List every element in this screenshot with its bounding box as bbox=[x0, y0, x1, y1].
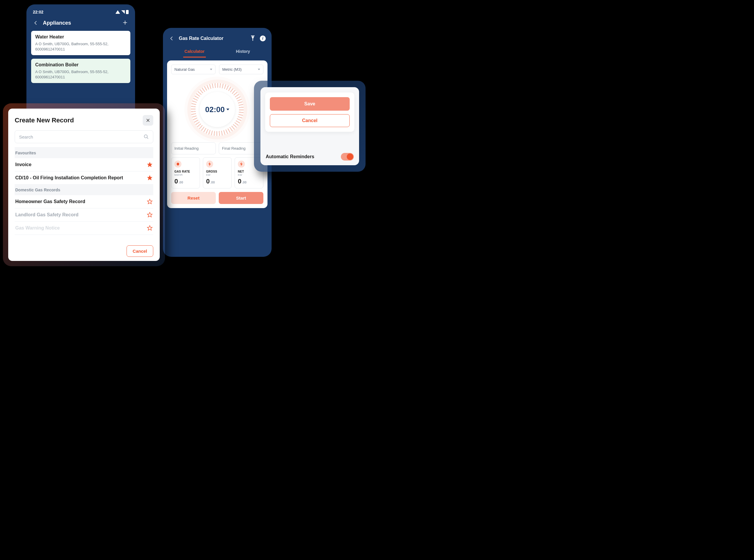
metric-gas-rate: GAS RATE M3/HR 0.00 bbox=[171, 157, 200, 188]
record-homeowner[interactable]: Homeowner Gas Safety Record bbox=[15, 195, 153, 208]
metric-value: 0 bbox=[238, 178, 241, 185]
cancel-button[interactable]: Cancel bbox=[270, 114, 350, 127]
appliance-details: A O Smith, UB700G, Bathroom, 55-555-52, … bbox=[35, 41, 126, 52]
initial-reading-placeholder: Initial Reading bbox=[174, 146, 198, 151]
chevron-down-icon bbox=[210, 69, 212, 70]
appliance-name: Water Heater bbox=[35, 34, 126, 40]
section-favourites: Favourites bbox=[15, 148, 153, 158]
close-button[interactable] bbox=[143, 115, 153, 126]
calc-title: Gas Rate Calculator bbox=[179, 36, 223, 41]
record-label: Gas Warning Notice bbox=[15, 225, 60, 231]
metric-value: 0 bbox=[174, 178, 178, 185]
fuel-select-value: Natural Gas bbox=[174, 67, 195, 72]
tab-calculator[interactable]: Calculator bbox=[183, 46, 205, 58]
metric-label: GAS RATE bbox=[174, 170, 197, 173]
record-label: Landlord Gas Safety Record bbox=[15, 212, 78, 218]
cube-icon bbox=[174, 161, 181, 167]
appliance-name: Combination Boiler bbox=[35, 62, 126, 67]
record-landlord[interactable]: Landlord Gas Safety Record bbox=[15, 208, 153, 222]
status-icons bbox=[115, 10, 128, 14]
metric-label: NET bbox=[238, 170, 260, 173]
star-outline-icon[interactable] bbox=[147, 199, 153, 204]
svg-rect-1 bbox=[251, 36, 255, 36]
automatic-reminders-toggle[interactable] bbox=[341, 153, 354, 161]
bolt-icon bbox=[206, 161, 213, 167]
start-button[interactable]: Start bbox=[219, 192, 263, 204]
appliance-details: A O Smith, UB700G, Bathroom, 55-555-52, … bbox=[35, 69, 126, 80]
record-invoice[interactable]: Invoice bbox=[15, 158, 153, 172]
battery-icon bbox=[126, 10, 128, 14]
add-appliance-button[interactable] bbox=[122, 20, 128, 26]
metric-gross: GROSS KW 0.00 bbox=[203, 157, 232, 188]
create-new-record-modal: Create New Record Favourites Invoice CD/… bbox=[3, 103, 165, 266]
metric-decimal: .00 bbox=[210, 180, 215, 184]
chevron-down-icon bbox=[258, 69, 260, 70]
status-time: 22:02 bbox=[33, 10, 43, 14]
timer-display[interactable]: 02:00 bbox=[200, 92, 235, 127]
calc-tabs: Calculator History bbox=[163, 46, 272, 58]
search-input-wrap[interactable] bbox=[15, 130, 153, 143]
star-filled-icon[interactable] bbox=[147, 175, 153, 181]
star-outline-icon[interactable] bbox=[147, 212, 153, 218]
back-icon[interactable] bbox=[169, 36, 175, 41]
final-reading-placeholder: Final Reading bbox=[222, 146, 245, 151]
timer-value: 02:00 bbox=[205, 105, 225, 114]
calc-header: Gas Rate Calculator i bbox=[163, 34, 272, 45]
save-cancel-box: Save Cancel bbox=[265, 93, 354, 132]
search-input[interactable] bbox=[19, 135, 143, 139]
wifi-icon bbox=[115, 10, 120, 14]
appliance-card-combination-boiler[interactable]: Combination Boiler A O Smith, UB700G, Ba… bbox=[31, 59, 131, 83]
fuel-select[interactable]: Natural Gas bbox=[171, 64, 216, 74]
unit-select[interactable]: Metric (M3) bbox=[219, 64, 263, 74]
star-outline-icon[interactable] bbox=[147, 225, 153, 231]
bolt-icon bbox=[238, 161, 245, 167]
metric-unit: KW bbox=[238, 174, 260, 176]
record-label: Homeowner Gas Safety Record bbox=[15, 199, 85, 204]
record-list: Favourites Invoice CD/10 - Oil Firing In… bbox=[15, 147, 153, 243]
record-label: Invoice bbox=[15, 162, 32, 167]
timer: 02:00 bbox=[171, 83, 263, 136]
status-bar: 22:02 bbox=[26, 10, 135, 19]
info-icon[interactable]: i bbox=[260, 36, 266, 41]
cancel-button[interactable]: Cancel bbox=[126, 245, 153, 257]
appliances-header: Appliances bbox=[26, 19, 135, 31]
metric-value: 0 bbox=[206, 178, 210, 185]
record-label: CD/10 - Oil Firing Installation Completi… bbox=[15, 175, 123, 180]
automatic-reminders-row: Automatic Reminders bbox=[265, 151, 354, 161]
search-icon bbox=[143, 134, 149, 139]
record-gas-warning[interactable]: Gas Warning Notice bbox=[15, 222, 153, 235]
star-filled-icon[interactable] bbox=[147, 162, 153, 167]
tab-history[interactable]: History bbox=[235, 46, 251, 58]
metric-decimal: .00 bbox=[242, 180, 246, 184]
section-domestic: Domestic Gas Records bbox=[15, 185, 153, 195]
reminders-card: Save Cancel Automatic Reminders bbox=[254, 81, 365, 172]
unit-select-value: Metric (M3) bbox=[222, 67, 242, 72]
metric-unit: M3/HR bbox=[174, 174, 197, 176]
toggle-knob bbox=[347, 154, 353, 160]
save-button[interactable]: Save bbox=[270, 97, 350, 111]
metric-decimal: .00 bbox=[179, 180, 183, 184]
modal-title: Create New Record bbox=[15, 117, 74, 124]
metric-label: GROSS bbox=[206, 170, 229, 173]
back-icon[interactable] bbox=[33, 20, 39, 26]
metric-unit: KW bbox=[206, 174, 229, 176]
page-title: Appliances bbox=[43, 20, 71, 26]
torch-icon[interactable] bbox=[250, 36, 256, 41]
appliance-list: Water Heater A O Smith, UB700G, Bathroom… bbox=[26, 31, 135, 83]
calc-body: Natural Gas Metric (M3) 02:00 Initial Re… bbox=[167, 60, 267, 208]
signal-icon bbox=[121, 10, 125, 14]
svg-rect-0 bbox=[252, 36, 254, 37]
chevron-down-icon bbox=[226, 108, 229, 111]
svg-point-2 bbox=[144, 135, 147, 138]
initial-reading-input[interactable]: Initial Reading bbox=[171, 142, 216, 154]
automatic-reminders-label: Automatic Reminders bbox=[266, 154, 314, 159]
record-cd10[interactable]: CD/10 - Oil Firing Installation Completi… bbox=[15, 172, 153, 185]
reset-button[interactable]: Reset bbox=[171, 192, 216, 204]
appliance-card-water-heater[interactable]: Water Heater A O Smith, UB700G, Bathroom… bbox=[31, 31, 131, 55]
